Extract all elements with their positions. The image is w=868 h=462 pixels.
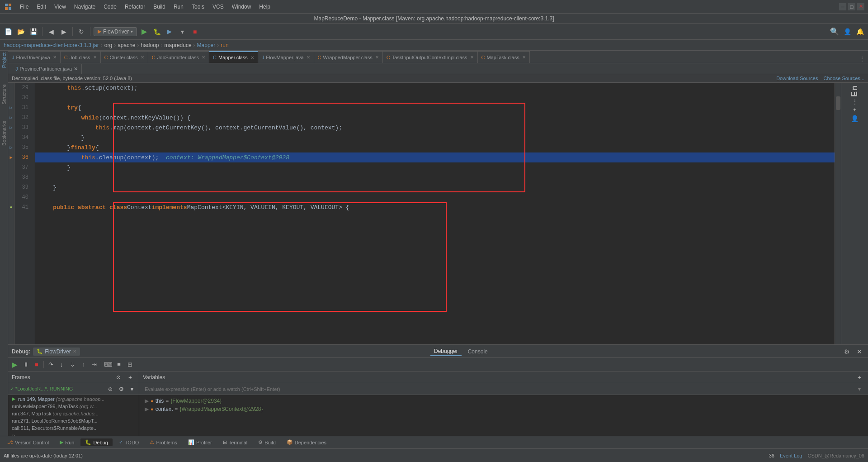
menu-navigate[interactable]: Navigate: [71, 3, 99, 11]
var-item-context[interactable]: ▶ ● context = {WrappedMapper$Context@292…: [143, 405, 864, 413]
frame-item-2[interactable]: run:347, MapTask (org.apache.hadoo...: [8, 410, 139, 417]
add-watch-btn[interactable]: +: [854, 372, 864, 382]
add-frames-btn[interactable]: +: [125, 372, 135, 382]
refresh-button[interactable]: ↻: [76, 26, 87, 37]
bottom-tab-todo[interactable]: ✓ TODO: [114, 438, 144, 446]
frame-item-1[interactable]: runNewMapper:799, MapTask (org.w...: [8, 403, 139, 410]
tab-maptask[interactable]: C MapTask.class ✕: [478, 51, 530, 63]
breadcrumb-org[interactable]: org: [104, 42, 112, 48]
bottom-tab-profiler[interactable]: 📊 Profiler: [184, 438, 217, 446]
run-config-selector[interactable]: ▶ FlowDriver ▾: [94, 27, 137, 36]
tab-jobsubmitter[interactable]: C JobSubmitter.class ✕: [148, 51, 209, 63]
menu-view[interactable]: View: [51, 3, 70, 11]
run-button[interactable]: ▶: [139, 26, 150, 37]
more-run-options[interactable]: ▾: [177, 26, 188, 37]
forward-button[interactable]: ▶: [58, 26, 69, 37]
menu-build[interactable]: Build: [150, 3, 169, 11]
search-everywhere-button[interactable]: 🔍: [829, 26, 840, 37]
tabs-overflow[interactable]: ⋮: [856, 55, 868, 63]
var-expand-this[interactable]: ▶: [145, 398, 149, 404]
tab-cluster[interactable]: C Cluster.class ✕: [101, 51, 148, 63]
menu-code[interactable]: Code: [100, 3, 120, 11]
frame-item-0[interactable]: ▶ run:149, Mapper (org.apache.hadoop...: [8, 395, 139, 403]
force-step-into-btn[interactable]: ⇓: [67, 360, 77, 370]
close-debug-btn[interactable]: ✕: [854, 347, 864, 357]
variables-view-btn[interactable]: ⊞: [125, 360, 135, 370]
close-maptask-tab[interactable]: ✕: [522, 55, 526, 60]
filter-btn[interactable]: ⊘: [105, 384, 115, 394]
var-item-this[interactable]: ▶ ● this = {FlowMapper@2934}: [143, 397, 864, 405]
bookmarks-icon[interactable]: Bookmarks: [1, 121, 7, 146]
step-into-btn[interactable]: ↓: [57, 360, 66, 370]
menu-help[interactable]: Help: [255, 3, 274, 11]
resume-btn[interactable]: ▶: [10, 360, 20, 370]
evaluate-expression-input[interactable]: [143, 386, 854, 393]
menu-refactor[interactable]: Refactor: [121, 3, 149, 11]
right-scrollbar[interactable]: [835, 83, 841, 344]
bottom-tab-debug[interactable]: 🐛 Debug: [80, 438, 112, 446]
download-sources-link[interactable]: Download Sources: [776, 76, 818, 81]
menu-vcs[interactable]: VCS: [209, 3, 227, 11]
bottom-tab-terminal[interactable]: ⊞ Terminal: [218, 438, 252, 446]
settings-debug-btn[interactable]: ⚙: [842, 347, 852, 357]
tab-flowdriver[interactable]: J FlowDriver.java ✕: [8, 51, 61, 63]
var-expand-context[interactable]: ▶: [145, 406, 149, 412]
close-button[interactable]: ✕: [857, 3, 864, 10]
breadcrumb-run[interactable]: run: [221, 42, 228, 48]
settings-frames-btn[interactable]: ⚙: [116, 384, 126, 394]
notifications-button[interactable]: 🔔: [854, 26, 865, 37]
menu-window[interactable]: Window: [228, 3, 255, 11]
tab-taskinputoutput[interactable]: C TaskInputOutputContextImpl.class ✕: [383, 51, 478, 63]
close-cluster-tab[interactable]: ✕: [141, 55, 144, 60]
new-file-button[interactable]: 📄: [3, 26, 14, 37]
bottom-tab-build[interactable]: ⚙ Build: [254, 438, 280, 446]
close-job-tab[interactable]: ✕: [93, 55, 97, 60]
bottom-tab-run[interactable]: ▶ Run: [55, 438, 79, 446]
structure-icon[interactable]: Structure: [1, 84, 7, 105]
tab-job[interactable]: C Job.class ✕: [61, 51, 101, 63]
close-wrappedmapper-tab[interactable]: ✕: [375, 55, 379, 60]
evaluate-btn[interactable]: ⌨: [103, 360, 113, 370]
close-taskinputoutput-tab[interactable]: ✕: [470, 55, 474, 60]
frame-item-4[interactable]: call:511, Executors$RunnableAdapte...: [8, 424, 139, 432]
pause-btn[interactable]: ⏸: [21, 360, 31, 370]
close-mapper-tab[interactable]: ✕: [250, 55, 254, 60]
save-button[interactable]: 💾: [28, 26, 39, 37]
stop-debug-btn[interactable]: ■: [32, 360, 42, 370]
evaluate-arrow-btn[interactable]: ▾: [854, 384, 864, 394]
frame-item-3[interactable]: run:271, LocalJobRunner$Job$MapT...: [8, 417, 139, 424]
run-coverage-button[interactable]: ▶: [164, 26, 175, 37]
subtab-provincepartitioner[interactable]: J ProvincePartitioner.java ✕: [12, 64, 82, 74]
back-button[interactable]: ◀: [46, 26, 57, 37]
menu-edit[interactable]: Edit: [33, 3, 50, 11]
close-debug-tab[interactable]: ✕: [73, 349, 76, 354]
frames-view-btn[interactable]: ≡: [114, 360, 124, 370]
menu-file[interactable]: File: [16, 3, 32, 11]
tab-wrappedmapper[interactable]: C WrappedMapper.class ✕: [314, 51, 383, 63]
breadcrumb-mapper[interactable]: Mapper: [197, 42, 216, 48]
tab-mapper[interactable]: C Mapper.class ✕: [209, 51, 258, 63]
step-over-btn[interactable]: ↷: [46, 360, 56, 370]
debug-tab-debugger[interactable]: Debugger: [430, 347, 462, 356]
breadcrumb-apache[interactable]: apache: [118, 42, 135, 48]
scroll-frames-btn[interactable]: ▼: [127, 384, 137, 394]
breadcrumb-jar[interactable]: hadoop-mapreduce-client-core-3.1.3.jar: [4, 42, 99, 48]
code-content[interactable]: this.setup(context); try { while(context…: [35, 83, 835, 344]
debug-tab-console[interactable]: Console: [464, 348, 491, 356]
breadcrumb-mapreduce[interactable]: mapreduce: [165, 42, 192, 48]
minimize-button[interactable]: ─: [839, 3, 846, 10]
project-icon[interactable]: Project: [1, 52, 7, 68]
step-out-btn[interactable]: ↑: [78, 360, 88, 370]
debug-tab-flowdriver[interactable]: 🐛 FlowDriver ✕: [33, 348, 80, 356]
menu-tools[interactable]: Tools: [188, 3, 208, 11]
menu-run[interactable]: Run: [170, 3, 187, 11]
open-button[interactable]: 📂: [15, 26, 26, 37]
bottom-tab-problems[interactable]: ⚠ Problems: [145, 438, 181, 446]
run-to-cursor-btn[interactable]: ⇥: [89, 360, 99, 370]
choose-sources-link[interactable]: Choose Sources...: [824, 76, 865, 81]
stop-button[interactable]: ■: [189, 26, 200, 37]
close-flowdriver-tab[interactable]: ✕: [53, 55, 57, 60]
breadcrumb-hadoop[interactable]: hadoop: [141, 42, 159, 48]
close-flowmapper-tab[interactable]: ✕: [307, 55, 310, 60]
maximize-button[interactable]: □: [848, 3, 855, 10]
